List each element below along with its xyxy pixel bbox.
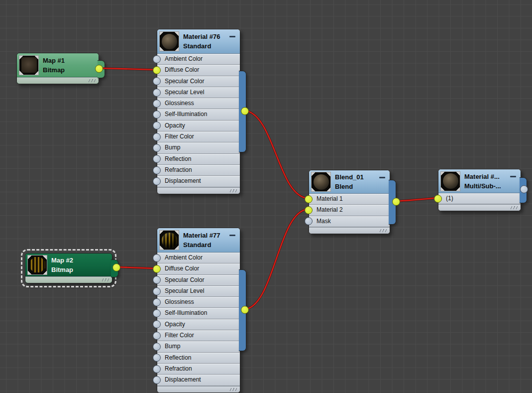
slot-row-ambient-color: Ambient Color <box>157 54 240 65</box>
input-socket[interactable] <box>153 354 161 362</box>
input-socket[interactable] <box>153 320 161 328</box>
input-socket[interactable] <box>153 177 161 185</box>
output-socket[interactable] <box>392 198 400 206</box>
input-socket[interactable] <box>153 298 161 306</box>
node-header[interactable]: Material #76 Standard <box>157 29 240 54</box>
material-sphere-preview-icon <box>314 174 329 190</box>
output-socket[interactable] <box>112 263 120 271</box>
node-footer <box>17 77 99 84</box>
slot-label: Bump <box>157 341 240 352</box>
input-socket[interactable] <box>153 111 161 119</box>
slot-label: Specular Color <box>157 76 240 87</box>
slot-label: Reflection <box>157 353 240 363</box>
node-header[interactable]: Map #1 Bitmap <box>17 53 99 77</box>
material-sphere-preview-icon <box>443 173 458 189</box>
output-socket[interactable] <box>520 185 528 193</box>
input-socket[interactable] <box>153 77 161 85</box>
node-footer <box>438 204 521 211</box>
node-footer <box>309 227 390 234</box>
input-socket[interactable] <box>153 376 161 384</box>
node-header[interactable]: Blend_01 Blend <box>309 170 390 194</box>
slot-label: Opacity <box>157 319 240 330</box>
output-socket[interactable] <box>95 65 103 73</box>
node-subtitle: Standard <box>183 41 220 51</box>
input-socket[interactable] <box>153 309 161 317</box>
slot-label: Glossiness <box>157 98 240 109</box>
output-socket[interactable] <box>241 306 249 314</box>
input-socket[interactable] <box>305 206 313 214</box>
resize-grip-icon[interactable] <box>230 388 237 391</box>
slot-row-ambient-color: Ambient Color <box>157 253 240 263</box>
input-socket[interactable] <box>305 195 313 203</box>
node-header[interactable]: Material #... Multi/Sub-... <box>438 169 521 193</box>
input-socket[interactable] <box>153 55 161 63</box>
wire-mat76-to-blend-material1[interactable] <box>244 111 308 198</box>
node-map1-bitmap[interactable]: Map #1 Bitmap <box>16 53 99 84</box>
resize-grip-icon[interactable] <box>89 79 96 82</box>
slot-label: Specular Level <box>157 87 240 98</box>
output-socket[interactable] <box>241 107 249 115</box>
input-socket[interactable] <box>434 195 442 203</box>
input-socket[interactable] <box>153 343 161 351</box>
material-sphere-preview-icon <box>162 233 177 248</box>
resize-grip-icon[interactable] <box>511 206 518 209</box>
input-socket[interactable] <box>153 276 161 284</box>
input-socket[interactable] <box>153 287 161 295</box>
material-preview-thumbnail[interactable] <box>159 230 179 250</box>
input-socket[interactable] <box>153 144 161 152</box>
input-socket[interactable] <box>153 265 161 273</box>
input-socket[interactable] <box>153 100 161 108</box>
wire-mat77-to-blend-material2[interactable] <box>244 209 308 309</box>
input-socket[interactable] <box>153 254 161 262</box>
node-footer <box>157 386 240 393</box>
input-socket[interactable] <box>153 155 161 163</box>
input-socket[interactable] <box>153 122 161 130</box>
material-preview-thumbnail[interactable] <box>311 172 331 192</box>
node-title: Map #1 <box>43 56 65 65</box>
slot-list: Material 1Material 2Mask <box>309 194 390 227</box>
node-material-multi-sub[interactable]: Material #... Multi/Sub-... (1) <box>438 169 521 211</box>
slot-row-opacity: Opacity <box>157 319 240 330</box>
input-socket[interactable] <box>153 365 161 373</box>
slot-label: (1) <box>438 193 521 204</box>
input-socket[interactable] <box>153 66 161 74</box>
map-preview-thumbnail[interactable] <box>27 255 47 275</box>
map-preview-thumbnail[interactable] <box>19 55 39 75</box>
node-header[interactable]: Material #77 Standard <box>157 228 240 253</box>
input-socket[interactable] <box>305 217 313 225</box>
slot-row-reflection: Reflection <box>157 154 240 165</box>
slot-label: Filter Color <box>157 330 240 341</box>
slot-label: Reflection <box>157 154 240 164</box>
slot-row-filter-color: Filter Color <box>157 131 240 142</box>
node-map2-bitmap[interactable]: Map #2 Bitmap <box>25 253 112 283</box>
node-subtitle: Blend <box>335 182 364 191</box>
node-material-77-standard[interactable]: Material #77 Standard Ambient ColorDiffu… <box>157 228 240 393</box>
node-blend-01[interactable]: Blend_01 Blend Material 1Material 2Mask <box>309 170 390 234</box>
resize-grip-icon[interactable] <box>230 189 237 192</box>
node-title: Material #77 <box>183 231 220 240</box>
node-subtitle: Standard <box>183 240 220 250</box>
resize-grip-icon[interactable] <box>380 229 387 232</box>
slot-label: Refraction <box>157 165 240 175</box>
input-socket[interactable] <box>153 166 161 174</box>
collapse-minus-icon[interactable] <box>379 177 385 178</box>
wire-map2-to-mat77-diffuse[interactable] <box>116 267 156 268</box>
input-socket[interactable] <box>153 89 161 97</box>
node-header[interactable]: Map #2 Bitmap <box>25 254 112 276</box>
collapse-minus-icon[interactable] <box>510 176 516 177</box>
material-preview-thumbnail[interactable] <box>159 31 179 51</box>
material-preview-thumbnail[interactable] <box>440 171 460 191</box>
wire-blend-to-multisub-1[interactable] <box>396 198 437 201</box>
input-socket[interactable] <box>153 133 161 141</box>
node-graph-canvas[interactable]: Map #1 Bitmap Material #76 Standard Ambi… <box>0 0 532 393</box>
slot-row-glossiness: Glossiness <box>157 297 240 308</box>
wire-map1-to-mat76-diffuse[interactable] <box>103 68 156 70</box>
collapse-minus-icon[interactable] <box>229 235 235 236</box>
slot-row-specular-level: Specular Level <box>157 286 240 297</box>
slot-row-bump: Bump <box>157 341 240 352</box>
slot-row-1: (1) <box>438 193 521 204</box>
input-socket[interactable] <box>153 332 161 340</box>
node-material-76-standard[interactable]: Material #76 Standard Ambient ColorDiffu… <box>157 29 240 194</box>
resize-grip-icon[interactable] <box>102 278 109 281</box>
collapse-minus-icon[interactable] <box>229 36 235 37</box>
